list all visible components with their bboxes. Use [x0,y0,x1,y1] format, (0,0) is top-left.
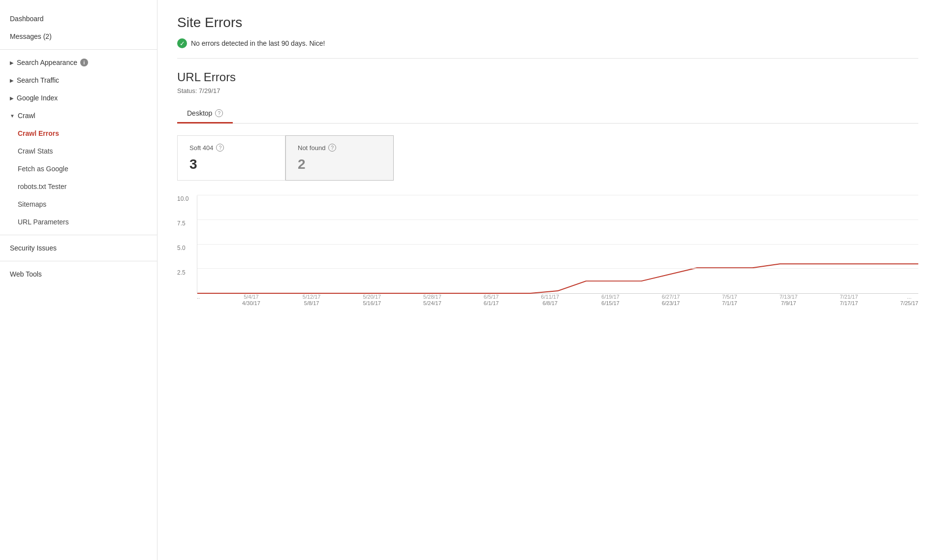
x-label-4: 5/28/17 5/24/17 [423,294,441,306]
grid-line-25 [197,268,918,269]
divider-3 [0,261,157,261]
sidebar-item-google-index-label: Google Index [17,94,58,102]
x-label-2: 5/12/17 5/8/17 [303,294,321,306]
chevron-right-icon: ▶ [10,60,14,65]
y-label-75: 7.5 [177,220,193,227]
x-label-9: 7/5/17 7/1/17 [722,294,737,306]
chevron-down-icon: ▼ [10,113,15,119]
divider-2 [0,235,157,235]
sidebar-item-search-appearance[interactable]: ▶ Search Appearance i [0,54,157,71]
y-label-25: 2.5 [177,269,193,276]
x-label-5-top: 6/5/17 [484,294,499,300]
chevron-right-icon-2: ▶ [10,78,14,83]
error-card-soft404[interactable]: Soft 404 ? 3 [177,135,285,181]
error-card-not-found[interactable]: Not found ? 2 [285,135,394,181]
no-errors-bar: ✓ No errors detected in the last 90 days… [177,38,918,48]
main-content: Site Errors ✓ No errors detected in the … [157,0,938,560]
x-label-10-top: 7/13/17 [780,294,798,300]
no-errors-message: No errors detected in the last 90 days. … [191,39,325,47]
sidebar-item-google-index[interactable]: ▶ Google Index [0,89,157,107]
sidebar-item-dashboard[interactable]: Dashboard [0,10,157,28]
x-label-6-top: 6/11/17 [541,294,559,300]
x-label-3-bottom: 5/16/17 [363,300,381,306]
x-label-6: 6/11/17 6/8/17 [541,294,559,306]
x-label-11-top: 7/21/17 [840,294,858,300]
x-label-11-bottom: 7/17/17 [840,300,858,306]
url-errors-title: URL Errors [177,70,918,84]
sidebar: Dashboard Messages (2) ▶ Search Appearan… [0,0,157,560]
x-label-12-top: ... [907,294,911,300]
y-label-50: 5.0 [177,245,193,251]
x-label-10-bottom: 7/9/17 [781,300,796,306]
chart-container: 2.5 5.0 7.5 10.0 .. 5/4/17 4/ [177,195,918,309]
soft404-label: Soft 404 ? [189,144,273,152]
x-label-10: 7/13/17 7/9/17 [780,294,798,306]
x-label-7-bottom: 6/15/17 [601,300,620,306]
x-label-1-top: 5/4/17 [244,294,259,300]
divider-1 [0,49,157,50]
x-label-4-top: 5/28/17 [423,294,441,300]
x-label-0-top: .. [197,294,200,300]
sidebar-item-crawl-label: Crawl [18,112,35,120]
grid-line-50 [197,244,918,245]
y-label-100: 10.0 [177,195,193,202]
sidebar-item-crawl[interactable]: ▼ Crawl [0,107,157,124]
chart-area [197,195,918,294]
x-label-1: 5/4/17 4/30/17 [242,294,260,306]
sidebar-item-fetch-as-google[interactable]: Fetch as Google [0,160,157,178]
soft404-value: 3 [189,156,273,172]
section-divider [177,58,918,59]
x-label-2-bottom: 5/8/17 [304,300,319,306]
sidebar-item-web-tools[interactable]: Web Tools [0,265,157,283]
tab-help-icon[interactable]: ? [215,109,223,117]
x-label-9-top: 7/5/17 [722,294,737,300]
error-cards: Soft 404 ? 3 Not found ? 2 [177,135,918,181]
check-icon: ✓ [177,38,187,48]
sidebar-item-crawl-stats[interactable]: Crawl Stats [0,142,157,160]
sidebar-item-robots-txt[interactable]: robots.txt Tester [0,178,157,195]
chart-line-svg [197,195,918,293]
x-label-5: 6/5/17 6/1/17 [484,294,499,306]
sidebar-item-sitemaps[interactable]: Sitemaps [0,195,157,213]
chart-y-labels: 2.5 5.0 7.5 10.0 [177,195,197,294]
sidebar-item-crawl-errors[interactable]: Crawl Errors [0,124,157,142]
chart-x-labels: .. 5/4/17 4/30/17 5/12/17 5/8/17 5/20/17… [197,294,918,309]
status-text: Status: 7/29/17 [177,87,918,94]
sidebar-item-messages[interactable]: Messages (2) [0,28,157,45]
x-label-3: 5/20/17 5/16/17 [363,294,381,306]
x-label-5-bottom: 6/1/17 [484,300,499,306]
x-label-9-bottom: 7/1/17 [722,300,737,306]
x-label-3-top: 5/20/17 [363,294,381,300]
x-label-0: .. [197,294,200,300]
not-found-help-icon[interactable]: ? [328,144,336,152]
x-label-7: 6/19/17 6/15/17 [601,294,620,306]
tabs-bar: Desktop ? [177,104,918,124]
x-label-7-top: 6/19/17 [601,294,620,300]
x-label-8: 6/27/17 6/23/17 [662,294,680,306]
x-label-12: ... 7/25/17 [900,294,918,306]
tab-desktop[interactable]: Desktop ? [177,104,233,124]
sidebar-item-search-traffic-label: Search Traffic [17,76,59,84]
soft404-help-icon[interactable]: ? [216,144,224,152]
tab-desktop-label: Desktop [187,109,212,117]
grid-line-100 [197,195,918,195]
x-label-8-top: 6/27/17 [662,294,680,300]
x-label-11: 7/21/17 7/17/17 [840,294,858,306]
x-label-4-bottom: 5/24/17 [423,300,441,306]
page-title: Site Errors [177,15,918,31]
x-label-6-bottom: 6/8/17 [542,300,558,306]
sidebar-item-search-traffic[interactable]: ▶ Search Traffic [0,71,157,89]
sidebar-item-url-parameters[interactable]: URL Parameters [0,213,157,231]
x-label-2-top: 5/12/17 [303,294,321,300]
chevron-right-icon-3: ▶ [10,95,14,101]
x-label-8-bottom: 6/23/17 [662,300,680,306]
not-found-value: 2 [298,156,381,172]
sidebar-item-search-appearance-label: Search Appearance [17,59,77,66]
x-label-12-bottom: 7/25/17 [900,300,918,306]
sidebar-item-security-issues[interactable]: Security Issues [0,239,157,257]
x-label-1-bottom: 4/30/17 [242,300,260,306]
not-found-label: Not found ? [298,144,381,152]
info-icon[interactable]: i [80,59,88,66]
grid-line-75 [197,219,918,220]
